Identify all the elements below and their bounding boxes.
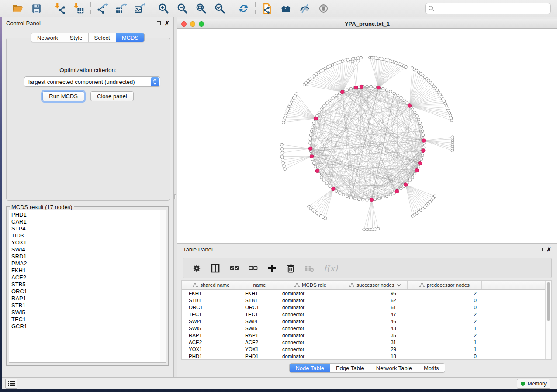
float-table-panel-icon[interactable] (539, 248, 543, 251)
mcds-hub-node[interactable] (377, 86, 380, 89)
tab-motifs[interactable]: Motifs (418, 364, 445, 372)
import-table-icon[interactable] (73, 3, 85, 14)
table-row[interactable]: ORC1ORC1dominator610 (182, 304, 545, 311)
leaf-node[interactable] (368, 228, 371, 231)
mcds-hub-node[interactable] (395, 189, 398, 193)
leaf-node[interactable] (281, 158, 284, 162)
ring-node[interactable] (400, 187, 403, 190)
ring-node[interactable] (349, 196, 353, 199)
mcds-hub-node[interactable] (308, 147, 312, 150)
ring-node[interactable] (311, 126, 314, 129)
open-file-icon[interactable] (12, 3, 24, 14)
leaf-node[interactable] (411, 215, 414, 218)
tab-select[interactable]: Select (88, 33, 116, 42)
table-row[interactable]: FKH1FKH1dominator962 (182, 290, 545, 297)
export-table-icon[interactable] (115, 3, 127, 14)
deselect-all-icon[interactable] (248, 263, 258, 273)
close-table-panel-icon[interactable]: ✗ (547, 247, 551, 252)
ring-node[interactable] (342, 193, 345, 196)
refresh-layout-icon[interactable] (238, 3, 249, 14)
leaf-node[interactable] (351, 60, 354, 63)
ring-node[interactable] (325, 102, 329, 105)
leaf-node[interactable] (450, 119, 453, 122)
ring-node[interactable] (420, 158, 423, 161)
leaf-node[interactable] (308, 205, 311, 208)
table-row[interactable]: YOX1YOX1connector291 (182, 346, 545, 353)
ring-node[interactable] (361, 198, 364, 201)
ring-node[interactable] (366, 85, 369, 88)
task-history-button[interactable] (5, 379, 17, 389)
zoom-out-icon[interactable] (176, 3, 188, 14)
mcds-hub-node[interactable] (332, 187, 335, 190)
ring-node[interactable] (349, 87, 353, 90)
leaf-node[interactable] (280, 147, 284, 150)
ring-node[interactable] (413, 111, 416, 114)
float-panel-icon[interactable] (157, 21, 161, 25)
ring-node[interactable] (357, 198, 360, 201)
result-node-item[interactable]: ACE2 (11, 274, 160, 281)
ring-node[interactable] (329, 185, 332, 188)
mcds-hub-node[interactable] (422, 149, 425, 152)
tab-node-table[interactable]: Node Table (290, 364, 330, 372)
leaf-node[interactable] (354, 57, 357, 60)
leaf-node[interactable] (281, 151, 284, 155)
ring-node[interactable] (421, 130, 424, 133)
ring-node[interactable] (332, 96, 335, 100)
memory-button[interactable]: Memory (517, 379, 550, 389)
new-network-from-selection-icon[interactable] (261, 3, 273, 14)
column-header-successor-nodes[interactable]: successor nodes (343, 281, 408, 289)
result-node-item[interactable]: ORC1 (11, 288, 160, 295)
result-node-item[interactable]: CAR1 (11, 218, 160, 225)
column-header-shared-name[interactable]: shared name (182, 281, 241, 289)
ring-node[interactable] (385, 195, 388, 198)
tab-edge-table[interactable]: Edge Table (330, 364, 370, 372)
leaf-node[interactable] (280, 143, 284, 146)
ring-node[interactable] (406, 102, 409, 105)
leaf-node[interactable] (374, 228, 377, 231)
ring-node[interactable] (338, 192, 341, 195)
ring-node[interactable] (370, 85, 373, 88)
tab-network[interactable]: Network (31, 33, 64, 42)
table-scrollbar-thumb[interactable] (547, 282, 550, 321)
close-panel-icon[interactable]: ✗ (165, 21, 170, 26)
ring-node[interactable] (353, 197, 356, 200)
ring-node[interactable] (381, 87, 384, 90)
ring-node[interactable] (309, 134, 312, 137)
mcds-hub-node[interactable] (315, 169, 319, 172)
mcds-hub-node[interactable] (354, 86, 358, 89)
ring-node[interactable] (411, 108, 414, 111)
mcds-hub-node[interactable] (310, 155, 313, 158)
table-row[interactable]: TEC1TEC1connector472 (182, 311, 545, 318)
splitter-grip[interactable] (174, 194, 176, 199)
ring-node[interactable] (411, 176, 414, 179)
ring-node[interactable] (413, 172, 416, 175)
table-row[interactable]: RAP1RAP1dominator352 (182, 332, 545, 339)
ring-node[interactable] (325, 182, 329, 185)
select-all-icon[interactable] (229, 263, 239, 273)
ring-node[interactable] (389, 193, 392, 196)
ring-node[interactable] (374, 198, 377, 201)
import-network-icon[interactable] (54, 3, 66, 14)
result-node-item[interactable]: PMA2 (11, 260, 160, 267)
result-node-item[interactable]: STB1 (11, 302, 160, 309)
ring-node[interactable] (322, 105, 325, 108)
ring-node[interactable] (419, 122, 422, 125)
result-list-scrollbar[interactable] (160, 210, 166, 362)
ring-node[interactable] (417, 118, 420, 121)
column-header-predecessor-nodes[interactable]: predecessor nodes (408, 281, 482, 289)
leaf-node[interactable] (349, 58, 352, 61)
mcds-hub-node[interactable] (408, 104, 411, 107)
optimization-criterion-dropdown[interactable]: largest connected component (undirected) (24, 76, 160, 87)
leaf-node[interactable] (451, 149, 454, 152)
show-hidden-icon[interactable] (318, 3, 329, 14)
delete-row-icon[interactable] (286, 263, 295, 273)
export-network-icon[interactable] (97, 3, 108, 14)
table-row[interactable]: ACE2ACE2connector311 (182, 339, 545, 346)
export-image-icon[interactable] (134, 3, 146, 14)
result-node-item[interactable]: TEC1 (11, 316, 160, 323)
ring-node[interactable] (335, 189, 338, 193)
ring-node[interactable] (320, 108, 323, 111)
result-node-item[interactable]: FKH1 (11, 267, 160, 274)
ring-node[interactable] (408, 179, 412, 182)
ring-node[interactable] (318, 111, 321, 114)
